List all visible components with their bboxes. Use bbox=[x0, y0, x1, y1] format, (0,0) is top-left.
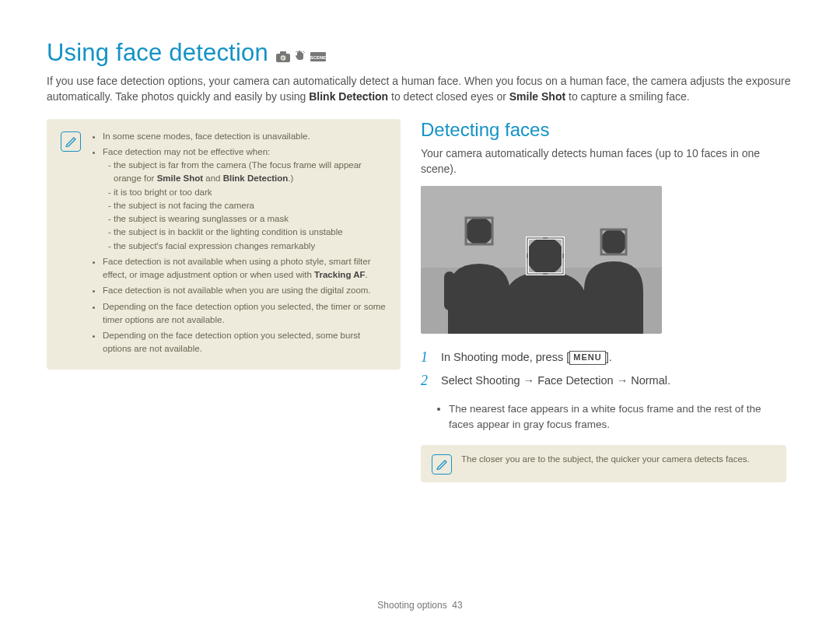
sub-bullet-text: The nearest face appears in a white focu… bbox=[449, 403, 761, 430]
svg-rect-1 bbox=[280, 51, 286, 54]
note-item: Depending on the face detection option y… bbox=[103, 300, 388, 328]
note-body: The closer you are to the subject, the q… bbox=[461, 453, 750, 466]
intro-text-2: to detect closed eyes or bbox=[388, 90, 509, 103]
menu-chip: MENU bbox=[569, 351, 605, 364]
note-item: Face detection is not available when usi… bbox=[103, 255, 388, 282]
page-title: Using face detection bbox=[47, 39, 268, 67]
note-sub-text: it is too bright or too dark bbox=[114, 187, 212, 197]
page-title-row: Using face detection P SCENE bbox=[47, 39, 793, 67]
hand-icon bbox=[295, 51, 306, 63]
note-sub-text: the subject is wearing sunglasses or a m… bbox=[114, 214, 289, 223]
note-subitem: the subject is not facing the camera bbox=[114, 199, 388, 212]
note-sub-text: the subject is not facing the camera bbox=[114, 201, 254, 210]
mode-icons: P SCENE bbox=[276, 51, 326, 63]
intro-paragraph: If you use face detection options, your … bbox=[47, 73, 793, 105]
step-body: In Shooting mode, press [MENU]. bbox=[441, 349, 612, 365]
note-sub-bold: Smile Shot bbox=[157, 173, 203, 183]
intro-bold-1: Blink Detection bbox=[309, 90, 388, 103]
note-subitem: the subject is in backlit or the lightin… bbox=[114, 226, 388, 239]
note-body: In some scene modes, face detection is u… bbox=[90, 130, 388, 359]
step-text: . bbox=[609, 351, 612, 363]
note-item: In some scene modes, face detection is u… bbox=[103, 130, 388, 143]
note-subitem: the subject is far from the camera (The … bbox=[114, 159, 388, 186]
note-sub-bold: Blink Detection bbox=[223, 173, 289, 183]
step-text: Select Shooting → Face Detection → Norma… bbox=[441, 374, 670, 387]
sub-bullet-item: The nearest face appears in a white focu… bbox=[449, 401, 786, 432]
step-item: 1 In Shooting mode, press [MENU]. bbox=[421, 349, 786, 366]
steps-list: 1 In Shooting mode, press [MENU]. 2 Sele… bbox=[421, 349, 786, 389]
note-icon bbox=[432, 454, 452, 475]
scene-icon: SCENE bbox=[310, 52, 326, 61]
note-box-right: The closer you are to the subject, the q… bbox=[421, 445, 786, 482]
note-text: Depending on the face detection option y… bbox=[103, 302, 386, 324]
section-heading: Detecting faces bbox=[421, 119, 786, 141]
note-text: Face detection is not available when you… bbox=[103, 285, 371, 295]
step-sub-bullets: The nearest face appears in a white focu… bbox=[421, 401, 786, 432]
section-paragraph: Your camera automatically detects human … bbox=[421, 145, 786, 177]
note-item: Depending on the face detection option y… bbox=[103, 329, 388, 356]
note-text: Depending on the face detection option y… bbox=[103, 331, 360, 353]
note-subitem: it is too bright or too dark bbox=[114, 186, 388, 199]
note-subitem: the subject is wearing sunglasses or a m… bbox=[114, 212, 388, 226]
intro-text-3: to capture a smiling face. bbox=[565, 90, 690, 103]
svg-rect-9 bbox=[444, 271, 455, 310]
note-text: Face detection may not be effective when… bbox=[103, 147, 270, 156]
face-detection-illustration bbox=[421, 186, 662, 334]
note-text: In some scene modes, face detection is u… bbox=[103, 131, 310, 141]
footer-section: Shooting options bbox=[377, 600, 446, 611]
footer-page-number: 43 bbox=[452, 600, 462, 611]
step-number: 1 bbox=[421, 349, 430, 366]
step-item: 2 Select Shooting → Face Detection → Nor… bbox=[421, 373, 786, 390]
svg-text:SCENE: SCENE bbox=[310, 55, 326, 60]
note-subitem: the subject's facial expression changes … bbox=[114, 240, 388, 253]
svg-point-11 bbox=[527, 237, 564, 275]
svg-point-18 bbox=[600, 229, 627, 255]
note-item: Face detection may not be effective when… bbox=[103, 145, 388, 253]
note-sub-text: and bbox=[203, 173, 223, 183]
note-sub-text: .) bbox=[288, 173, 293, 183]
note-text: . bbox=[366, 270, 368, 279]
note-sub-text: the subject is in backlit or the lightin… bbox=[114, 227, 343, 236]
note-bold: Tracking AF bbox=[314, 270, 365, 279]
step-body: Select Shooting → Face Detection → Norma… bbox=[441, 373, 670, 388]
note-icon bbox=[61, 131, 81, 152]
note-box-left: In some scene modes, face detection is u… bbox=[47, 119, 401, 370]
page-footer: Shooting options 43 bbox=[0, 600, 840, 611]
note-sub-text: the subject's facial expression changes … bbox=[114, 241, 315, 250]
step-text: In Shooting mode, press bbox=[441, 351, 566, 363]
intro-bold-2: Smile Shot bbox=[509, 90, 565, 103]
step-number: 2 bbox=[421, 373, 430, 390]
svg-point-8 bbox=[465, 217, 493, 245]
note-item: Face detection is not available when you… bbox=[103, 284, 388, 297]
camera-p-icon: P bbox=[276, 51, 290, 62]
